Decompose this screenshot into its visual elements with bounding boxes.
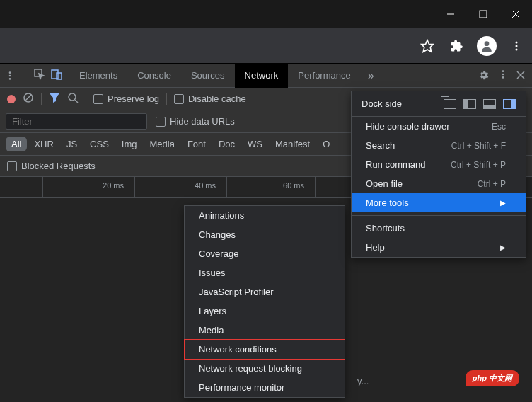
devtools-tabs: Elements Console Sources Network Perform… [0,64,532,88]
svg-point-7 [516,45,518,47]
close-devtools-icon[interactable] [516,69,525,82]
maximize-button[interactable] [467,0,499,28]
type-font[interactable]: Font [182,137,212,151]
type-other[interactable]: O [317,137,335,151]
svg-point-8 [516,48,518,50]
record-icon[interactable] [7,95,16,103]
dock-right-icon[interactable] [503,99,516,109]
submenu-changes[interactable]: Changes [185,225,345,244]
submenu-performance-monitor[interactable]: Performance monitor [185,378,345,397]
blocked-requests-checkbox[interactable]: Blocked Requests [7,161,96,171]
watermark: php 中文网 [466,370,519,386]
submenu-network-request-blocking[interactable]: Network request blocking [185,359,345,378]
preserve-log-checkbox[interactable]: Preserve log [93,93,159,104]
submenu-layers[interactable]: Layers [185,302,345,321]
svg-point-16 [502,73,504,75]
submenu-coverage[interactable]: Coverage [185,244,345,263]
devtools-main-menu: Dock side Hide console drawerEsc SearchC… [351,91,526,258]
svg-point-11 [9,78,11,80]
svg-point-22 [69,93,76,100]
settings-icon[interactable] [478,69,490,83]
menu-run-command[interactable]: Run commandCtrl + Shift + P [352,155,526,174]
devtools-menu-icon[interactable] [0,71,20,81]
menu-help[interactable]: Help▶ [352,238,526,257]
tab-performance[interactable]: Performance [288,64,360,88]
extensions-icon[interactable] [447,36,467,56]
submenu-animations[interactable]: Animations [185,206,345,225]
filter-input[interactable] [6,113,147,130]
type-xhr[interactable]: XHR [28,137,59,151]
inspect-icon[interactable] [34,69,45,83]
device-toggle-icon[interactable] [51,69,62,83]
close-button[interactable] [499,0,532,28]
menu-open-file[interactable]: Open fileCtrl + P [352,174,526,193]
clear-icon[interactable] [23,92,34,106]
svg-marker-4 [422,40,434,52]
dock-bottom-icon[interactable] [483,99,496,109]
tab-overflow-icon[interactable]: » [361,69,381,82]
submenu-js-profiler[interactable]: JavaScript Profiler [185,282,345,302]
type-img[interactable]: Img [116,137,143,151]
browser-toolbar [0,28,532,64]
submenu-issues[interactable]: Issues [185,263,345,282]
svg-rect-1 [480,11,487,18]
type-ws[interactable]: WS [242,137,268,151]
type-js[interactable]: JS [61,137,83,151]
minimize-button[interactable] [434,0,467,28]
search-icon[interactable] [67,92,79,106]
type-doc[interactable]: Doc [213,137,241,151]
window-titlebar [0,0,532,28]
star-icon[interactable] [417,36,437,56]
menu-search[interactable]: SearchCtrl + Shift + F [352,136,526,155]
filter-icon[interactable] [49,92,60,106]
type-manifest[interactable]: Manifest [270,137,316,151]
svg-point-17 [502,76,504,79]
tab-elements[interactable]: Elements [69,64,127,88]
svg-line-21 [25,95,31,100]
svg-point-10 [9,74,11,76]
tab-sources[interactable]: Sources [181,64,235,88]
disable-cache-checkbox[interactable]: Disable cache [174,93,246,104]
dock-left-icon[interactable] [463,99,476,109]
svg-point-5 [485,41,490,46]
svg-point-6 [516,41,518,43]
type-all[interactable]: All [6,137,27,151]
svg-point-15 [502,70,504,72]
tab-console[interactable]: Console [127,64,181,88]
type-css[interactable]: CSS [84,137,115,151]
menu-shortcuts[interactable]: Shortcuts [352,219,526,238]
menu-hide-drawer[interactable]: Hide console drawerEsc [352,117,526,136]
truncated-text: y... [357,376,369,386]
more-tools-submenu: Animations Changes Coverage Issues JavaS… [184,205,345,398]
tab-network[interactable]: Network [235,64,289,88]
svg-line-23 [75,100,78,103]
more-icon[interactable] [498,69,508,82]
menu-icon[interactable] [507,36,526,56]
submenu-media[interactable]: Media [185,321,345,340]
profile-avatar[interactable] [477,36,497,56]
dock-side-section: Dock side [352,91,526,117]
submenu-network-conditions[interactable]: Network conditions [184,339,345,360]
hide-data-urls-checkbox[interactable]: Hide data URLs [156,116,235,127]
dock-undock-icon[interactable] [444,99,456,109]
type-media[interactable]: Media [144,137,180,151]
menu-more-tools[interactable]: More tools▶ [352,193,526,212]
svg-point-9 [9,71,11,74]
